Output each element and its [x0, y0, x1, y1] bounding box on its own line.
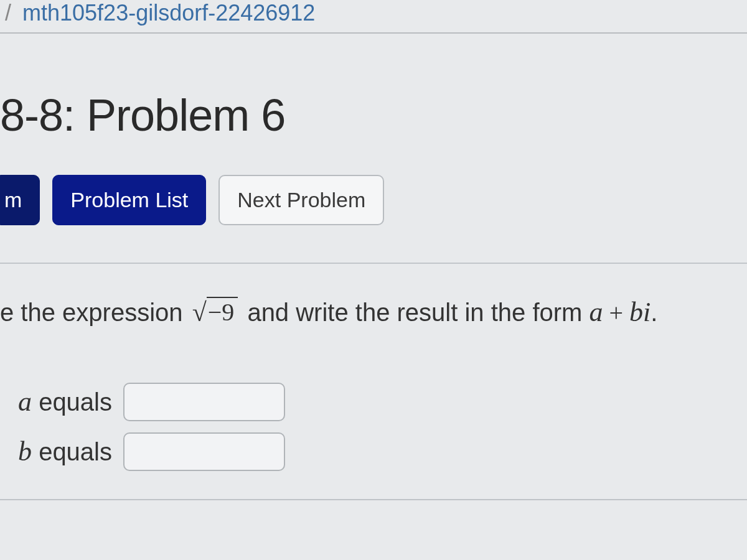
answer-input-b[interactable] — [123, 432, 285, 471]
form-plus: + — [603, 299, 630, 327]
problem-statement: e the expression √−9 and write the resul… — [0, 263, 747, 364]
problem-list-button[interactable]: Problem List — [52, 175, 206, 225]
answer-input-a[interactable] — [123, 383, 285, 421]
next-problem-button[interactable]: Next Problem — [218, 175, 384, 225]
page-title: 8-8: Problem 6 — [0, 90, 747, 141]
form-bi: bi — [629, 297, 651, 327]
divider — [0, 499, 747, 500]
answer-var-a: a — [18, 386, 32, 417]
form-period: . — [651, 299, 657, 326]
answer-word-b: equals — [32, 438, 112, 465]
sqrt-radicand: −9 — [207, 297, 238, 326]
problem-nav: m Problem List Next Problem — [0, 175, 747, 225]
problem-content: 8-8: Problem 6 m Problem List Next Probl… — [0, 90, 747, 500]
answer-label-b: b equals — [0, 436, 112, 467]
sqrt-icon: √ — [192, 298, 207, 327]
breadcrumb-separator: / — [5, 0, 11, 26]
answer-word-a: equals — [32, 388, 112, 416]
answer-var-b: b — [18, 436, 32, 467]
problem-text-prefix: e the expression — [0, 299, 190, 326]
breadcrumb-course[interactable]: mth105f23-gilsdorf-22426912 — [22, 0, 315, 26]
answer-block: a equals b equals — [0, 383, 747, 471]
previous-problem-button[interactable]: m — [0, 175, 40, 225]
problem-text-mid: and write the result in the form — [240, 299, 589, 326]
answer-label-a: a equals — [0, 386, 112, 418]
form-a: a — [590, 297, 603, 327]
breadcrumb: / mth105f23-gilsdorf-22426912 — [0, 0, 747, 34]
answer-row-b: b equals — [0, 432, 747, 471]
sqrt-expression: √−9 — [192, 293, 238, 332]
answer-row-a: a equals — [0, 383, 747, 421]
